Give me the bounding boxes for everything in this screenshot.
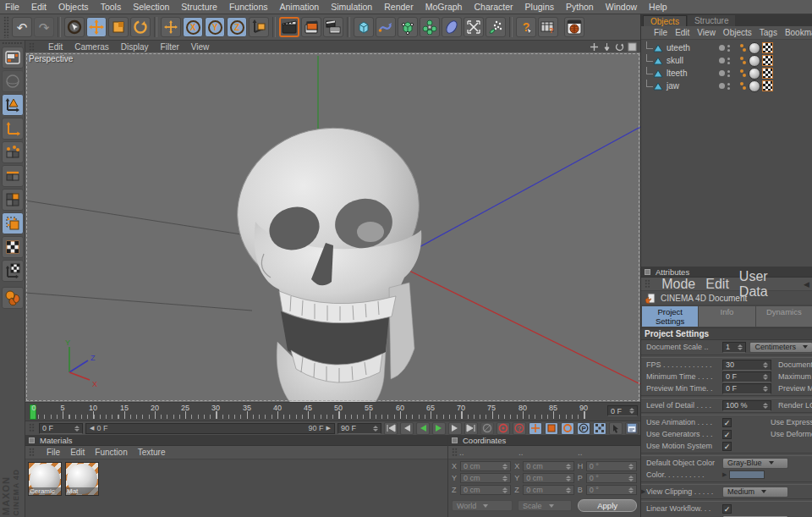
end-frame-field[interactable]: 90 F [337,423,381,434]
menu-selection[interactable]: Selection [133,2,169,12]
material-thumbnail-ceramic[interactable]: Ceramic [28,462,62,496]
undo-icon[interactable]: ↶ [12,17,32,37]
goto-start-icon[interactable] [384,422,398,435]
materials-titlebar[interactable]: Materials [25,435,447,446]
viewport-menu-edit[interactable]: Edit [48,42,63,52]
viewport-menu-view[interactable]: View [191,42,210,52]
menu-animation[interactable]: Animation [279,2,319,12]
tab-project-settings[interactable]: Project Settings [642,306,698,327]
perspective-viewport[interactable]: Edit Cameras Display Filter View Perspec… [25,41,640,402]
materials-menu-function[interactable]: Function [95,448,127,457]
scale-x-field[interactable]: 0 cm [523,461,573,471]
visibility-toggles[interactable] [719,70,730,77]
lock-z-axis-icon[interactable]: Z [227,17,247,37]
material-tag-icon[interactable] [749,55,760,67]
menu-help[interactable]: Help [649,2,667,12]
timeline-ruler[interactable]: 0 5 10 15 20 25 30 35 40 45 50 55 60 65 … [25,402,640,421]
coordinates-col-scale[interactable]: .. [518,448,578,457]
transport-grip[interactable] [29,423,35,432]
view-clipping-dropdown[interactable]: Medium [722,487,788,498]
material-tag-icon[interactable] [749,68,760,80]
color-swatch[interactable] [729,470,765,479]
edge-mode-icon[interactable] [2,165,24,187]
menu-simulation[interactable]: Simulation [331,2,372,12]
document-scale-unit-dropdown[interactable]: Centimeters [749,342,812,353]
range-right-arrow-icon[interactable]: ▶ [326,425,331,432]
position-y-field[interactable]: 0 cm [460,473,511,483]
viewport-menu-filter[interactable]: Filter [161,42,179,52]
skull-model[interactable] [220,109,436,402]
texture-mode-icon[interactable] [2,212,24,234]
previous-key-icon[interactable] [400,422,414,435]
menu-render[interactable]: Render [384,2,413,12]
attributes-grip[interactable] [645,279,650,288]
visibility-toggles[interactable] [719,58,730,64]
rotation-p-field[interactable]: 0 ° [586,473,637,483]
use-motion-system-checkbox[interactable]: ✓ [722,442,732,451]
scale-y-field[interactable]: 0 cm [523,473,573,483]
add-spline-icon[interactable] [376,17,396,37]
materials-menu-texture[interactable]: Texture [138,448,166,457]
color-expander-icon[interactable]: ▶ [722,471,727,478]
scale-tool-icon[interactable] [108,17,129,37]
layer-dots-icon[interactable] [740,57,747,65]
objects-menu-view[interactable]: View [697,28,716,37]
last-tool-icon[interactable] [161,17,181,37]
objects-menu-file[interactable]: File [654,28,667,37]
record-position-icon[interactable] [480,422,494,435]
materials-menu-edit[interactable]: Edit [70,448,85,457]
layer-dots-icon[interactable] [740,82,747,91]
apply-button[interactable]: Apply [578,499,637,512]
material-tag-icon[interactable] [749,42,760,54]
render-settings-icon[interactable] [301,17,321,37]
fps-field[interactable]: 30 [722,360,771,371]
viewport-menu-display[interactable]: Display [121,42,149,52]
render-view-icon[interactable] [279,17,299,37]
uv-tag-icon[interactable] [762,42,773,53]
open-timeline-icon[interactable] [625,422,639,435]
position-z-field[interactable]: 0 cm [460,485,511,495]
object-row-lteeth[interactable]: lteeth [641,67,812,80]
level-of-detail-field[interactable]: 100 % [722,400,771,411]
menu-edit[interactable]: Edit [31,2,47,12]
viewport-rotate-icon[interactable] [615,42,624,52]
object-row-uteeth[interactable]: uteeth [641,41,812,54]
uv-tag-icon[interactable] [762,80,773,91]
menu-objects[interactable]: Objects [58,2,89,12]
next-key-icon[interactable] [448,422,462,435]
redo-icon[interactable]: ↷ [34,17,54,37]
minimum-time-field[interactable]: 0 F [722,371,771,382]
layer-dots-icon[interactable] [740,44,747,52]
model-mode-icon[interactable] [2,94,24,116]
preview-range-slider[interactable]: ◀ 0 F 90 F ▶ [85,423,335,434]
menu-structure[interactable]: Structure [181,2,217,12]
add-subdivision-surface-icon[interactable] [398,17,418,37]
play-backwards-icon[interactable] [416,422,430,435]
ruler-frame-field[interactable]: 0 F [607,405,638,416]
render-queue-icon[interactable] [323,17,343,37]
coordinates-col-position[interactable]: .. [459,448,518,457]
coordinate-system-icon[interactable] [249,17,269,37]
record-keyframe-icon[interactable] [497,422,510,435]
workplane-mode-icon[interactable] [2,260,24,282]
key-scale-icon[interactable] [545,422,558,435]
menu-file[interactable]: File [5,2,19,12]
panel-handle-icon[interactable] [645,269,650,275]
menu-tools[interactable]: Tools [101,2,122,12]
tab-structure[interactable]: Structure [688,15,736,26]
stepper-icon[interactable] [370,426,378,432]
key-position-icon[interactable] [529,422,542,435]
key-parameter-icon[interactable]: P [577,422,590,435]
section-project-settings[interactable]: Project Settings [641,327,812,340]
transform-mode-dropdown[interactable]: Scale [518,500,572,511]
autokey-icon[interactable]: ? [513,422,526,435]
polygon-object-icon[interactable] [653,69,663,79]
tab-objects[interactable]: Objects [643,15,687,26]
default-object-color-dropdown[interactable]: Gray-Blue [722,458,788,469]
lock-y-axis-icon[interactable]: Y [205,17,225,37]
add-cube-icon[interactable] [354,17,374,37]
lock-x-axis-icon[interactable]: X [183,17,203,37]
add-deformer-icon[interactable] [442,17,462,37]
material-tag-icon[interactable] [749,80,760,92]
menu-python[interactable]: Python [566,2,594,12]
